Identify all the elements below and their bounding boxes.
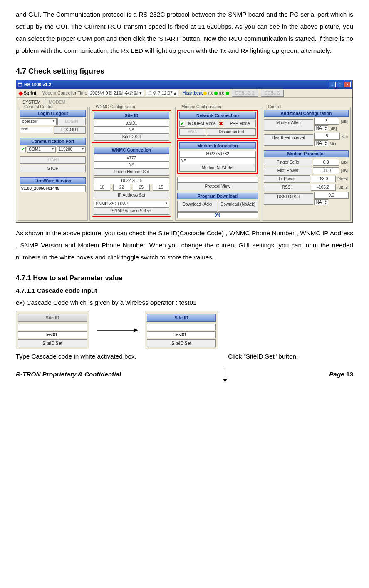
download-noack-button[interactable]: Download (NoAck) bbox=[218, 201, 258, 212]
footer-right: Page 13 bbox=[329, 368, 353, 382]
header-modparam: Modem Parameter bbox=[264, 150, 349, 157]
ip-oct3[interactable]: 25 bbox=[133, 184, 149, 191]
txpower-label: Tx Power bbox=[264, 175, 310, 183]
top-toolbar: ◆Sprint. Modem Controller Time 2005년 9월 … bbox=[16, 89, 352, 98]
wnmc-conn-redbox: WNMC Connection #777 NA Phone Number Set… bbox=[92, 145, 171, 217]
rx-led bbox=[226, 92, 229, 95]
example-line: ex) Cascade Code which is given by a wir… bbox=[16, 296, 353, 309]
siteid-a-set-button[interactable]: SiteID Set bbox=[18, 339, 87, 347]
unit-dbm: [dBm] bbox=[337, 177, 349, 181]
rssi-offset-value: 0.0 bbox=[314, 192, 349, 199]
ip-oct1[interactable]: 10 bbox=[94, 184, 110, 191]
phone-value: #777 bbox=[94, 155, 169, 162]
atten-spin[interactable]: NA▲▼ bbox=[314, 125, 328, 131]
siteid-edit[interactable]: NA bbox=[94, 127, 169, 133]
wan-button[interactable]: WAN bbox=[179, 128, 206, 136]
header-netconn: Network Connection bbox=[179, 112, 256, 119]
legend-wnmc: WNMC Configuration bbox=[94, 105, 136, 110]
disconnect-button[interactable]: Disconnected bbox=[207, 128, 256, 136]
pilot-label: Pilot Power bbox=[264, 167, 312, 174]
header-addcfg: Additional Configuration bbox=[264, 110, 349, 117]
modem-mode-button[interactable]: MODEM Mode bbox=[186, 120, 218, 127]
protocol-view-button[interactable]: Protocol View bbox=[177, 183, 258, 190]
group-general-control: General Control Login / Logout operator … bbox=[18, 107, 88, 221]
stop-button[interactable]: STOP bbox=[20, 165, 86, 172]
siteid-set-button[interactable]: SiteID Set bbox=[94, 133, 169, 141]
hb-spin[interactable]: NA▲▼ bbox=[314, 140, 328, 146]
ip-oct4[interactable]: 15 bbox=[153, 184, 169, 191]
password-field[interactable]: **** bbox=[20, 127, 53, 133]
phone-edit[interactable]: NA bbox=[94, 162, 169, 168]
phone-set-button[interactable]: Phone Number Set bbox=[94, 168, 169, 176]
ip-set-button[interactable]: IP Address Set bbox=[94, 192, 169, 199]
app-icon: 🗔 bbox=[18, 82, 22, 87]
txpower-value: -63.0 bbox=[311, 176, 336, 182]
modem-num-set-button[interactable]: Modem NUM Set bbox=[179, 164, 256, 172]
brand-text: Sprint. bbox=[24, 90, 37, 96]
maximize-button[interactable]: □ bbox=[337, 82, 343, 87]
unit-dbm-2: [dBm] bbox=[337, 185, 349, 189]
baud-select[interactable]: 115200 bbox=[57, 146, 86, 153]
modem-num-edit[interactable]: NA bbox=[179, 157, 256, 164]
date-field[interactable]: 2005년 9월 21일 수요일 ▾ bbox=[88, 90, 144, 96]
heading-4-7: 4.7 Check setting figures bbox=[16, 64, 353, 78]
siteid-panel-after: Site ID test01| SiteID Set bbox=[145, 311, 218, 349]
group-wnmc-config: WNMC Configuration Site ID test01 NA Sit… bbox=[89, 107, 173, 221]
snmp-set-button[interactable]: SNMP Version Select bbox=[94, 207, 169, 215]
modem-atten-button[interactable]: Modem Atten bbox=[264, 119, 313, 131]
download-ack-button[interactable]: Download (Ack) bbox=[177, 201, 217, 212]
rx-label: RX bbox=[218, 91, 225, 95]
siteid-header-blue: Site ID bbox=[147, 314, 216, 322]
com-check-icon: ✔ bbox=[20, 147, 26, 152]
group-modem-config: Modem Configuration Network Connection ✔… bbox=[175, 107, 260, 221]
progress-text: 0% bbox=[178, 213, 258, 218]
siteid-a-blank bbox=[18, 324, 87, 330]
unit-db-2: [dB] bbox=[329, 126, 338, 131]
siteid-b-set-button[interactable]: SiteID Set bbox=[147, 339, 216, 347]
rssi-offset-button[interactable]: RSSI OffSet bbox=[264, 193, 313, 205]
heartbeat-led bbox=[203, 92, 207, 95]
finger-value: 0.0 bbox=[313, 159, 339, 166]
ppp-x-icon: ✖ bbox=[219, 121, 223, 127]
snmp-select[interactable]: SNMP v2C TRAP bbox=[94, 201, 169, 207]
siteid-value: test01 bbox=[94, 120, 169, 127]
logout-button[interactable]: LOGOUT bbox=[54, 126, 86, 134]
debug-button[interactable]: DEBUG bbox=[261, 90, 284, 97]
modem-num-value: 8022759732 bbox=[179, 151, 256, 157]
caption-left: Type Cascade code in white activated box… bbox=[16, 350, 195, 362]
role-select[interactable]: operator bbox=[20, 118, 57, 125]
finger-label: Finger Ec/Io bbox=[264, 159, 312, 166]
heartbeat-interval-button[interactable]: Heartbeat Interval bbox=[264, 134, 313, 146]
close-button[interactable]: × bbox=[344, 82, 351, 87]
minimize-button[interactable]: _ bbox=[329, 82, 336, 87]
siteid-redbox: Site ID test01 NA SiteID Set bbox=[92, 110, 171, 143]
unit-db-4: [dB] bbox=[340, 168, 349, 173]
com-port-select[interactable]: COM1 bbox=[27, 146, 56, 153]
siteid-b-value[interactable]: test01| bbox=[147, 331, 216, 338]
login-button[interactable]: LOGIN bbox=[57, 118, 86, 125]
ppp-mode-button[interactable]: PPP Mode bbox=[224, 120, 256, 127]
legend-modemcfg: Modem Configuration bbox=[180, 105, 223, 110]
unit-db-3: [dB] bbox=[340, 160, 349, 164]
controller-time-label: Modem Controller Time bbox=[42, 90, 87, 96]
page-footer: R-TRON Proprietary & Confidential Page 1… bbox=[16, 368, 353, 382]
ip-oct2[interactable]: 22 bbox=[113, 184, 130, 191]
firmware-value: v1.00_20050601445 bbox=[20, 185, 86, 192]
debug2-button[interactable]: DEBUG 2 bbox=[232, 90, 258, 97]
header-modeminfo: Modem Information bbox=[179, 142, 256, 149]
netconn-redbox: Network Connection ✔ MODEM Mode ✖ PPP Mo… bbox=[177, 110, 258, 139]
siteid-panel-before: Site ID test01| SiteID Set bbox=[16, 311, 89, 349]
time-field[interactable]: 오후 7:12:07 ▴ bbox=[146, 90, 178, 96]
legend-general: General Control bbox=[22, 105, 55, 110]
atten-value: 3 bbox=[314, 118, 339, 125]
unit-min: Min bbox=[341, 134, 349, 139]
rssi-label: RSSI bbox=[264, 184, 310, 191]
window-titlebar: 🗔 HB 1900 v1.2 _ □ × bbox=[16, 80, 352, 89]
modem-mode-check-icon: ✔ bbox=[179, 121, 185, 127]
rssi-offset-spin[interactable]: NA▲▼ bbox=[314, 199, 328, 205]
start-button[interactable]: START bbox=[20, 156, 86, 164]
siteid-a-value[interactable]: test01| bbox=[18, 331, 87, 338]
header-comport: Communication Port bbox=[20, 138, 86, 145]
protocol-display bbox=[177, 177, 258, 183]
heading-4-7-1: 4.7.1 How to set Parameter value bbox=[16, 272, 353, 284]
